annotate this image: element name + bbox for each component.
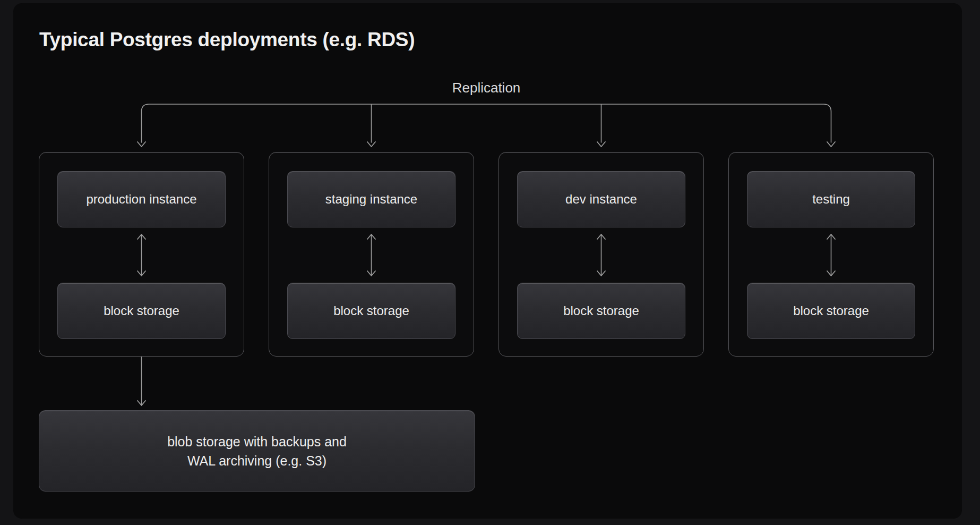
testing-block-storage-node: block storage bbox=[747, 283, 915, 339]
staging-block-storage-label: block storage bbox=[333, 303, 409, 318]
replication-label: Replication bbox=[452, 80, 521, 96]
page-title: Typical Postgres deployments (e.g. RDS) bbox=[39, 29, 415, 51]
dev-block-storage-node: block storage bbox=[517, 283, 685, 339]
production-instance-node: production instance bbox=[57, 171, 226, 227]
backup-arrowhead-icon bbox=[137, 401, 145, 405]
replication-arrowhead-icon bbox=[137, 142, 835, 147]
testing-instance-label: testing bbox=[812, 192, 850, 207]
diagram-canvas: Typical Postgres deployments (e.g. RDS) … bbox=[13, 3, 962, 519]
sync-arrow-line bbox=[142, 235, 831, 275]
production-block-storage-label: block storage bbox=[104, 303, 179, 318]
staging-instance-label: staging instance bbox=[325, 192, 417, 207]
testing-instance-node: testing bbox=[747, 171, 915, 227]
deployment-column-dev: dev instance block storage bbox=[498, 152, 704, 357]
dev-instance-label: dev instance bbox=[565, 192, 637, 207]
testing-block-storage-label: block storage bbox=[793, 303, 869, 318]
replication-connector-line bbox=[142, 104, 831, 142]
dev-block-storage-label: block storage bbox=[563, 303, 639, 318]
production-instance-label: production instance bbox=[86, 192, 196, 207]
blob-storage-node: blob storage with backups and WAL archiv… bbox=[39, 410, 475, 492]
deployment-column-production: production instance block storage bbox=[39, 152, 244, 357]
blob-storage-label-line1: blob storage with backups and bbox=[167, 432, 347, 451]
staging-block-storage-node: block storage bbox=[287, 283, 455, 339]
staging-instance-node: staging instance bbox=[287, 171, 455, 227]
production-block-storage-node: block storage bbox=[57, 283, 226, 339]
deployment-column-staging: staging instance block storage bbox=[269, 152, 474, 357]
blob-storage-label-line2: WAL archiving (e.g. S3) bbox=[187, 451, 326, 470]
dev-instance-node: dev instance bbox=[517, 171, 685, 227]
deployment-column-testing: testing block storage bbox=[728, 152, 934, 357]
